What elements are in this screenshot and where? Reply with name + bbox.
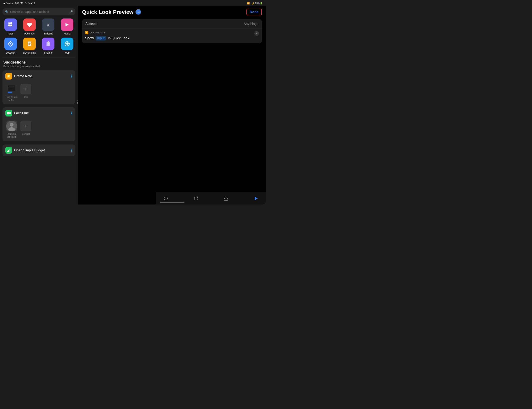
- favorites-icon: [23, 18, 36, 31]
- content-panel: Quick Look Preview ••• Done Accepts Anyt…: [78, 6, 266, 204]
- title-add-icon: +: [20, 84, 31, 94]
- svg-rect-33: [86, 32, 87, 33]
- svg-rect-17: [8, 75, 10, 76]
- device-frame: ◀ Search 6:07 PM Fri Jan 10 📶 🌙 39% 🔋 🔍 …: [0, 0, 266, 204]
- suggestion-budget[interactable]: Open Simple Budget ℹ: [2, 145, 75, 156]
- resize-handle[interactable]: [77, 100, 78, 104]
- facetime-app-icon: [5, 110, 12, 117]
- wifi-icon: 📶: [247, 2, 250, 5]
- suggestions-subtitle: Based on how you use your iPad.: [3, 65, 74, 68]
- svg-rect-18: [8, 76, 9, 77]
- web-label: Web: [65, 51, 70, 54]
- status-time: 6:07 PM: [15, 2, 23, 4]
- budget-header: Open Simple Budget ℹ: [2, 145, 75, 156]
- budget-app-icon: [5, 147, 12, 154]
- budget-label: Open Simple Budget: [14, 148, 69, 152]
- accepts-value: Anything ›: [244, 22, 258, 26]
- facetime-info-icon[interactable]: ℹ: [71, 111, 72, 115]
- web-icon: [61, 37, 73, 50]
- how-to-add-action[interactable]: How to add Qui…: [5, 84, 18, 101]
- svg-rect-1: [10, 22, 12, 24]
- close-card-button[interactable]: ✕: [254, 31, 259, 36]
- category-sharing[interactable]: Sharing: [40, 37, 57, 54]
- how-to-add-thumbnail: [6, 84, 17, 94]
- back-label[interactable]: ◀ Search: [3, 2, 13, 5]
- svg-rect-12: [28, 44, 30, 45]
- share-button[interactable]: [222, 195, 230, 202]
- play-button[interactable]: [252, 195, 260, 202]
- zdravko-label: Zdravko Rakijašić: [5, 133, 18, 138]
- scripting-icon: x: [42, 18, 55, 31]
- in-quick-look-text: in Quick Look: [108, 36, 129, 40]
- svg-rect-22: [9, 88, 13, 88]
- more-options-button[interactable]: •••: [135, 9, 141, 15]
- category-documents[interactable]: Documents: [21, 37, 38, 54]
- apps-label: Apps: [8, 32, 13, 35]
- category-apps[interactable]: Apps: [2, 18, 19, 35]
- show-text: Show: [85, 36, 94, 40]
- status-bar-right: 📶 🌙 39% 🔋: [247, 2, 263, 5]
- svg-rect-24: [8, 91, 12, 93]
- documents-dot-icon: [85, 31, 88, 34]
- svg-rect-25: [7, 112, 10, 114]
- suggestions-header: Suggestions Based on how you use your iP…: [0, 58, 78, 69]
- accepts-row[interactable]: Accepts Anything ›: [82, 19, 262, 29]
- redo-button[interactable]: [192, 195, 200, 202]
- content-header: Quick Look Preview ••• Done: [78, 6, 266, 18]
- battery-indicator: 39% 🔋: [255, 2, 263, 5]
- sidebar: 🔍 🎤: [0, 6, 78, 204]
- category-web[interactable]: Web: [59, 37, 76, 54]
- undo-button[interactable]: [162, 195, 170, 202]
- search-icon: 🔍: [5, 10, 9, 13]
- documents-row-top: DOCUMENTS ✕: [85, 31, 259, 36]
- budget-info-icon[interactable]: ℹ: [71, 148, 72, 153]
- page-title: Quick Look Preview: [82, 9, 133, 15]
- chevron-right-icon: ›: [257, 22, 258, 26]
- facetime-header: FaceTime ℹ: [2, 107, 75, 119]
- title-label: Title: [24, 96, 28, 98]
- svg-rect-10: [28, 43, 30, 43]
- svg-rect-34: [86, 33, 87, 33]
- avatar: [6, 121, 17, 131]
- svg-rect-23: [9, 89, 12, 89]
- svg-text:x: x: [47, 22, 49, 27]
- search-bar[interactable]: 🔍 🎤: [2, 8, 75, 15]
- suggestion-facetime[interactable]: FaceTime ℹ: [2, 107, 75, 141]
- category-media[interactable]: Media: [59, 18, 76, 35]
- contact-action[interactable]: + Contact: [20, 121, 31, 138]
- input-pill[interactable]: Input: [95, 36, 106, 40]
- svg-rect-21: [9, 87, 15, 87]
- contact-label: Contact: [22, 133, 30, 135]
- category-favorites[interactable]: Favorites: [21, 18, 38, 35]
- documents-label: Documents: [23, 51, 36, 54]
- zdravko-action[interactable]: Zdravko Rakijašić: [5, 121, 18, 138]
- category-scripting[interactable]: x Scripting: [40, 18, 57, 35]
- documents-card: DOCUMENTS ✕ Show Input in Quick Look: [82, 29, 262, 43]
- svg-rect-2: [8, 25, 10, 26]
- svg-rect-5: [9, 22, 10, 23]
- accepts-anything: Anything: [244, 22, 256, 26]
- svg-point-27: [10, 123, 13, 127]
- documents-icon: [23, 37, 36, 50]
- apps-icon: [4, 18, 17, 31]
- create-note-label: Create Note: [14, 74, 69, 78]
- sharing-icon: [42, 37, 55, 50]
- category-location[interactable]: Location: [2, 37, 19, 54]
- title-action[interactable]: + Title: [20, 84, 31, 101]
- create-note-info-icon[interactable]: ℹ: [71, 74, 72, 79]
- svg-rect-4: [8, 22, 9, 23]
- svg-point-8: [10, 43, 11, 45]
- status-bar: ◀ Search 6:07 PM Fri Jan 10 📶 🌙 39% 🔋: [0, 0, 266, 6]
- svg-rect-31: [10, 149, 10, 152]
- action-card: Accepts Anything ›: [82, 19, 262, 43]
- mic-icon[interactable]: 🎤: [69, 10, 73, 13]
- title-row: Quick Look Preview •••: [82, 9, 141, 15]
- done-button[interactable]: Done: [247, 9, 262, 15]
- documents-badge: DOCUMENTS: [85, 31, 105, 34]
- create-note-content: How to add Qui… + Title: [2, 82, 75, 104]
- moon-icon: 🌙: [251, 2, 254, 5]
- suggestion-create-note[interactable]: Create Note ℹ: [2, 70, 75, 104]
- sharing-label: Sharing: [44, 51, 53, 54]
- svg-rect-11: [28, 43, 30, 44]
- search-input[interactable]: [10, 10, 67, 13]
